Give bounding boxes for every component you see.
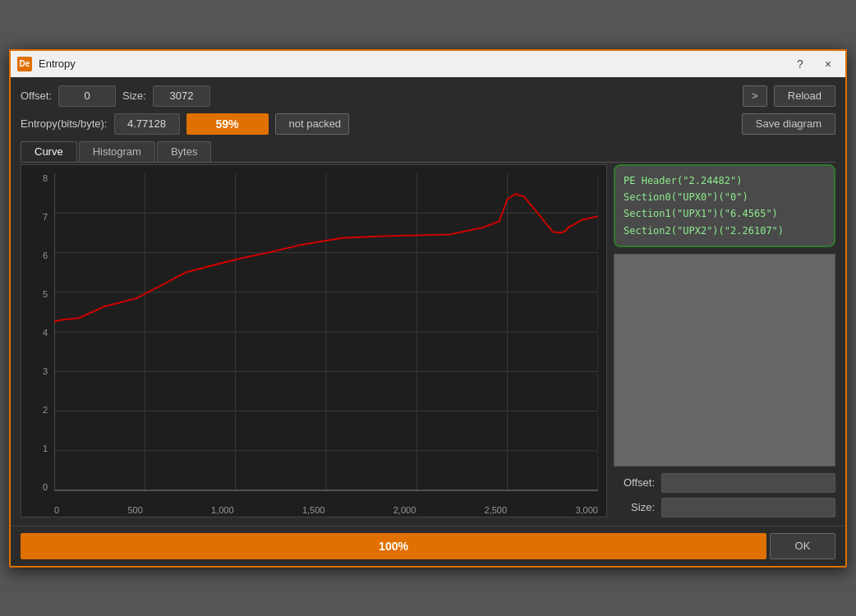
app-logo: De: [17, 57, 32, 71]
side-size-label: Size:: [614, 501, 655, 513]
legend-item-1: Section0("UPX0")("0"): [624, 189, 826, 205]
packed-status-button[interactable]: not packed: [275, 113, 349, 135]
side-size-row: Size:: [614, 498, 835, 517]
entropy-curve-svg: [54, 173, 598, 492]
tab-curve[interactable]: Curve: [21, 141, 77, 162]
top-row: Offset: Size: > Reload: [21, 85, 835, 107]
main-content: Offset: Size: > Reload Entropy(bits/byte…: [11, 77, 845, 526]
side-offset-label: Offset:: [614, 476, 655, 489]
legend-item-0: PE Header("2.24482"): [624, 172, 826, 189]
save-diagram-button[interactable]: Save diagram: [742, 113, 835, 135]
legend-item-3: Section2("UPX2")("2.26107"): [624, 223, 826, 239]
tab-bar: Curve Histogram Bytes: [21, 141, 835, 163]
entropy-label: Entropy(bits/byte):: [21, 117, 108, 130]
title-bar: De Entropy ? ×: [11, 51, 845, 77]
side-fields: Offset: Size:: [614, 473, 835, 517]
ok-button[interactable]: OK: [770, 533, 835, 559]
offset-input[interactable]: [58, 85, 116, 107]
reload-button[interactable]: Reload: [774, 85, 835, 107]
tab-bytes[interactable]: Bytes: [157, 141, 212, 162]
entropy-percent-badge: 59%: [186, 113, 269, 135]
close-button[interactable]: ×: [817, 55, 839, 73]
progress-bar: 100%: [21, 533, 766, 559]
entropy-value-input[interactable]: [114, 113, 180, 135]
side-size-input[interactable]: [661, 498, 835, 517]
bottom-bar: 100% OK: [11, 526, 845, 566]
curve-chart: 8 7 6 5 4 3 2 1 0: [21, 164, 607, 517]
entropy-row: Entropy(bits/byte): 59% not packed Save …: [21, 113, 835, 135]
window-title: Entropy: [39, 57, 783, 70]
mini-preview: [614, 254, 835, 466]
size-label: Size:: [122, 90, 146, 102]
arrow-button[interactable]: >: [743, 85, 767, 107]
chart-area: 8 7 6 5 4 3 2 1 0: [21, 164, 835, 517]
y-axis-labels: 8 7 6 5 4 3 2 1 0: [23, 173, 48, 492]
section-legend: PE Header("2.24482") Section0("UPX0")("0…: [614, 164, 835, 248]
offset-label: Offset:: [21, 90, 52, 102]
entropy-window: De Entropy ? × Offset: Size: > Reload En…: [9, 49, 847, 568]
help-button[interactable]: ?: [789, 55, 811, 73]
legend-item-2: Section1("UPX1")("6.4565"): [624, 205, 826, 222]
side-offset-input[interactable]: [661, 473, 835, 493]
size-input[interactable]: [153, 85, 210, 107]
side-offset-row: Offset:: [614, 473, 835, 493]
tab-histogram[interactable]: Histogram: [79, 141, 155, 162]
x-axis-labels: 0 500 1,000 1,500 2,000 2,500 3,000: [54, 505, 598, 515]
right-panel: PE Header("2.24482") Section0("UPX0")("0…: [614, 164, 835, 517]
